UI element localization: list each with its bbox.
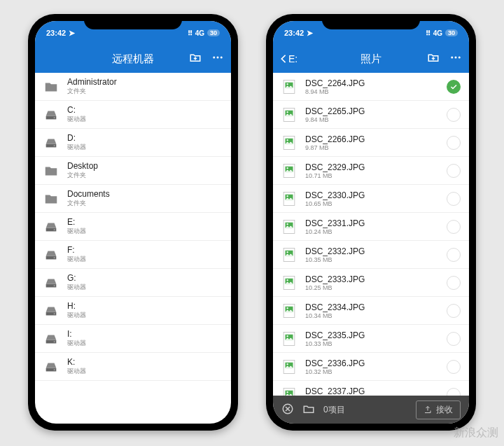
checkbox-empty[interactable] — [447, 192, 461, 206]
back-button[interactable]: E: — [280, 53, 298, 64]
file-size: 10.24 MB — [305, 228, 438, 235]
battery-icon: 30 — [207, 29, 220, 36]
item-subtitle: 驱动器 — [67, 115, 223, 124]
svg-point-0 — [213, 57, 215, 59]
file-size: 10.34 MB — [305, 312, 438, 319]
list-item[interactable]: DSC_2266.JPG9.87 MB — [273, 129, 469, 157]
checkbox-empty[interactable] — [447, 360, 461, 374]
file-name: DSC_2264.JPG — [305, 78, 438, 88]
list-item[interactable]: DSC_2332.JPG10.35 MB — [273, 241, 469, 269]
checkbox-empty[interactable] — [447, 136, 461, 150]
svg-point-39 — [286, 223, 288, 224]
svg-point-18 — [54, 369, 55, 370]
list-item[interactable]: DSC_2330.JPG10.65 MB — [273, 185, 469, 213]
close-icon[interactable] — [281, 403, 294, 417]
list-item[interactable]: Documents文件夹 — [35, 185, 231, 213]
network-label: 4G — [195, 29, 204, 37]
item-name: I: — [67, 329, 223, 339]
list-item[interactable]: E:驱动器 — [35, 213, 231, 241]
svg-point-27 — [286, 111, 288, 112]
new-folder-icon[interactable] — [189, 51, 202, 67]
list-item[interactable]: I:驱动器 — [35, 325, 231, 353]
checkbox-empty[interactable] — [447, 164, 461, 178]
list-item[interactable]: Desktop文件夹 — [35, 157, 231, 185]
drive-icon — [43, 275, 59, 291]
list-item[interactable]: C:驱动器 — [35, 101, 231, 129]
image-file-icon — [281, 387, 297, 396]
list-item[interactable]: DSC_2333.JPG10.25 MB — [273, 269, 469, 297]
checkbox-empty[interactable] — [447, 276, 461, 290]
receive-button[interactable]: 接收 — [416, 400, 461, 419]
file-size: 10.71 MB — [305, 172, 438, 179]
drive-icon — [43, 331, 59, 347]
checkmark-icon[interactable] — [447, 80, 461, 94]
bottom-toolbar: 0项目 接收 — [273, 396, 469, 424]
svg-point-48 — [286, 307, 288, 308]
image-file-icon — [281, 219, 297, 235]
checkbox-empty[interactable] — [447, 388, 461, 396]
item-name: Desktop — [67, 161, 223, 171]
file-name: DSC_2336.JPG — [305, 358, 438, 368]
file-list[interactable]: DSC_2264.JPG8.94 MBDSC_2265.JPG9.84 MBDS… — [273, 73, 469, 396]
drive-icon — [43, 135, 59, 151]
svg-point-1 — [217, 57, 219, 59]
item-name: G: — [67, 273, 223, 283]
more-icon[interactable] — [449, 51, 462, 67]
more-icon[interactable] — [211, 51, 224, 67]
drive-list[interactable]: Administrator文件夹C:驱动器D:驱动器Desktop文件夹Docu… — [35, 73, 231, 424]
svg-point-51 — [286, 335, 288, 336]
phone-left: 23:42 ➤ ⠿ 4G 30 远程机器 — [28, 14, 238, 431]
svg-point-8 — [54, 229, 55, 230]
list-item[interactable]: D:驱动器 — [35, 129, 231, 157]
item-name: K: — [67, 357, 223, 367]
checkbox-empty[interactable] — [447, 220, 461, 234]
svg-point-4 — [54, 117, 55, 118]
image-file-icon — [281, 135, 297, 151]
file-size: 9.84 MB — [305, 116, 438, 123]
checkbox-empty[interactable] — [447, 248, 461, 262]
svg-point-6 — [54, 145, 55, 146]
list-item[interactable]: DSC_2334.JPG10.34 MB — [273, 297, 469, 325]
list-item[interactable]: DSC_2336.JPG10.32 MB — [273, 353, 469, 381]
item-subtitle: 文件夹 — [67, 171, 223, 180]
item-name: H: — [67, 301, 223, 311]
list-item[interactable]: K:驱动器 — [35, 353, 231, 381]
file-size: 8.94 MB — [305, 88, 438, 95]
list-item[interactable]: DSC_2335.JPG10.33 MB — [273, 325, 469, 353]
nav-bar: E: 照片 — [273, 45, 469, 73]
svg-point-19 — [451, 57, 453, 59]
file-size: 10.35 MB — [305, 256, 438, 263]
svg-point-24 — [286, 83, 288, 84]
file-name: DSC_2332.JPG — [305, 246, 438, 256]
list-item[interactable]: G:驱动器 — [35, 269, 231, 297]
file-size: 9.87 MB — [305, 144, 438, 151]
list-item[interactable]: DSC_2331.JPG10.24 MB — [273, 213, 469, 241]
image-file-icon — [281, 275, 297, 291]
list-item[interactable]: DSC_2337.JPG10.31 MB — [273, 381, 469, 396]
status-time: 23:42 — [46, 29, 66, 37]
svg-point-36 — [286, 195, 288, 196]
svg-point-42 — [286, 251, 288, 252]
folder-icon[interactable] — [302, 403, 315, 417]
folder-icon — [43, 79, 59, 95]
new-folder-icon[interactable] — [427, 51, 440, 67]
location-icon: ➤ — [69, 29, 75, 38]
file-name: DSC_2334.JPG — [305, 302, 438, 312]
checkbox-empty[interactable] — [447, 108, 461, 122]
status-time: 23:42 — [284, 29, 304, 37]
list-item[interactable]: H:驱动器 — [35, 297, 231, 325]
list-item[interactable]: DSC_2329.JPG10.71 MB — [273, 157, 469, 185]
checkbox-empty[interactable] — [447, 332, 461, 346]
item-name: C: — [67, 105, 223, 115]
folder-icon — [43, 191, 59, 207]
file-name: DSC_2265.JPG — [305, 106, 438, 116]
svg-point-54 — [286, 363, 288, 364]
list-item[interactable]: DSC_2264.JPG8.94 MB — [273, 73, 469, 101]
image-file-icon — [281, 107, 297, 123]
location-icon: ➤ — [307, 29, 313, 38]
list-item[interactable]: Administrator文件夹 — [35, 73, 231, 101]
list-item[interactable]: F:驱动器 — [35, 241, 231, 269]
list-item[interactable]: DSC_2265.JPG9.84 MB — [273, 101, 469, 129]
checkbox-empty[interactable] — [447, 304, 461, 318]
drive-icon — [43, 107, 59, 123]
